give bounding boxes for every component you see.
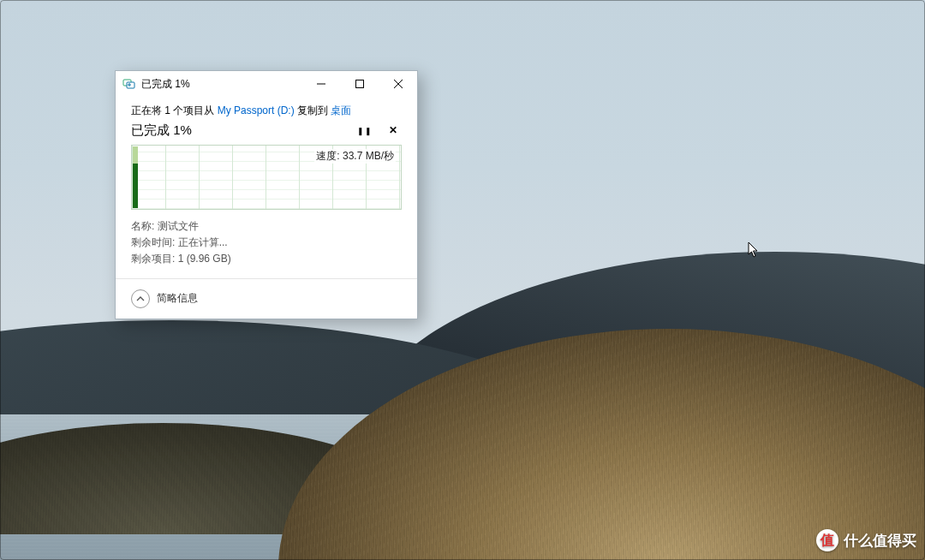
- watermark-text: 什么值得买: [844, 531, 916, 551]
- meta-time-row: 剩余时间: 正在计算...: [131, 235, 402, 251]
- minimize-button[interactable]: [301, 71, 340, 97]
- meta-items-value: 1 (9.96 GB): [178, 253, 231, 265]
- transfer-meta: 名称: 测试文件 剩余时间: 正在计算... 剩余项目: 1 (9.96 GB): [131, 218, 402, 268]
- meta-name-value: 测试文件: [158, 220, 199, 232]
- file-copy-dialog: 已完成 1% 正在将 1 个项目从 My Passport (D:) 复制到 桌…: [115, 70, 418, 319]
- speed-label: 速度: 33.7 MB/秒: [314, 149, 396, 164]
- chart-area-fill: [133, 146, 138, 208]
- source-link[interactable]: My Passport (D:): [218, 104, 295, 116]
- footer-toggle-label[interactable]: 简略信息: [157, 291, 198, 306]
- meta-items-row: 剩余项目: 1 (9.96 GB): [131, 251, 402, 267]
- progress-header: 已完成 1% ❚❚ ✕: [131, 122, 402, 140]
- meta-name-label: 名称:: [131, 220, 158, 232]
- close-button[interactable]: [379, 71, 417, 97]
- meta-time-label: 剩余时间:: [131, 236, 178, 248]
- watermark-badge-icon: 值: [816, 529, 838, 551]
- copy-prefix: 正在将 1 个项目从: [131, 104, 218, 116]
- meta-time-value: 正在计算...: [178, 236, 228, 248]
- meta-name-row: 名称: 测试文件: [131, 218, 402, 235]
- cancel-button[interactable]: ✕: [385, 122, 402, 139]
- dialog-footer: 简略信息: [116, 278, 417, 319]
- chevron-up-icon[interactable]: [131, 289, 150, 308]
- titlebar[interactable]: 已完成 1%: [116, 71, 417, 97]
- speed-chart[interactable]: 速度: 33.7 MB/秒: [131, 145, 402, 210]
- window-title: 已完成 1%: [141, 77, 301, 92]
- dest-link[interactable]: 桌面: [331, 104, 351, 116]
- copy-overlay-icon: [122, 77, 136, 91]
- copy-mid: 复制到: [295, 104, 331, 116]
- maximize-button[interactable]: [340, 71, 379, 97]
- dialog-body: 正在将 1 个项目从 My Passport (D:) 复制到 桌面 已完成 1…: [116, 97, 417, 278]
- watermark: 值 什么值得买: [816, 529, 916, 551]
- copy-description: 正在将 1 个项目从 My Passport (D:) 复制到 桌面: [131, 104, 402, 118]
- svg-rect-2: [355, 80, 363, 88]
- desktop-wallpaper: 已完成 1% 正在将 1 个项目从 My Passport (D:) 复制到 桌…: [0, 0, 925, 560]
- progress-text: 已完成 1%: [131, 122, 192, 139]
- meta-items-label: 剩余项目:: [131, 253, 178, 265]
- pause-button[interactable]: ❚❚: [356, 122, 373, 140]
